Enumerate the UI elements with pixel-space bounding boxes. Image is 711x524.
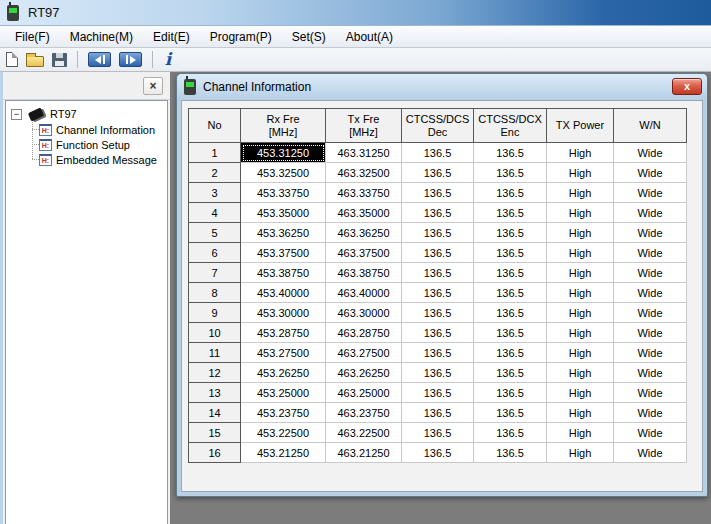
info-icon[interactable]	[163, 51, 173, 69]
row-header-4[interactable]: 4	[189, 203, 241, 223]
cell-rx-8[interactable]: 453.40000	[241, 283, 326, 303]
row-header-14[interactable]: 14	[189, 403, 241, 423]
row-header-10[interactable]: 10	[189, 323, 241, 343]
row-header-16[interactable]: 16	[189, 443, 241, 463]
cell-tx-8[interactable]: 463.40000	[326, 283, 402, 303]
menu-edit[interactable]: Edit(E)	[143, 27, 200, 47]
row-header-2[interactable]: 2	[189, 163, 241, 183]
new-file-icon[interactable]	[6, 52, 18, 67]
cell-dec-11[interactable]: 136.5	[402, 343, 474, 363]
tree-expand-icon[interactable]: −	[11, 109, 22, 120]
cell-wn-15[interactable]: Wide	[614, 423, 687, 443]
cell-power-15[interactable]: High	[547, 423, 614, 443]
cell-dec-6[interactable]: 136.5	[402, 243, 474, 263]
cell-power-16[interactable]: High	[547, 443, 614, 463]
cell-tx-1[interactable]: 463.31250	[326, 143, 402, 163]
cell-wn-5[interactable]: Wide	[614, 223, 687, 243]
row-header-13[interactable]: 13	[189, 383, 241, 403]
row-header-7[interactable]: 7	[189, 263, 241, 283]
cell-wn-8[interactable]: Wide	[614, 283, 687, 303]
cell-rx-15[interactable]: 453.22500	[241, 423, 326, 443]
cell-enc-11[interactable]: 136.5	[474, 343, 547, 363]
cell-enc-7[interactable]: 136.5	[474, 263, 547, 283]
cell-tx-11[interactable]: 463.27500	[326, 343, 402, 363]
cell-enc-10[interactable]: 136.5	[474, 323, 547, 343]
cell-wn-13[interactable]: Wide	[614, 383, 687, 403]
cell-enc-1[interactable]: 136.5	[474, 143, 547, 163]
cell-dec-12[interactable]: 136.5	[402, 363, 474, 383]
cell-wn-1[interactable]: Wide	[614, 143, 687, 163]
cell-wn-10[interactable]: Wide	[614, 323, 687, 343]
cell-enc-6[interactable]: 136.5	[474, 243, 547, 263]
cell-power-10[interactable]: High	[547, 323, 614, 343]
cell-power-8[interactable]: High	[547, 283, 614, 303]
cell-rx-2[interactable]: 453.32500	[241, 163, 326, 183]
tree-item-channel-information[interactable]: Channel Information	[27, 122, 167, 137]
cell-dec-1[interactable]: 136.5	[402, 143, 474, 163]
cell-dec-4[interactable]: 136.5	[402, 203, 474, 223]
cell-tx-13[interactable]: 463.25000	[326, 383, 402, 403]
cell-rx-6[interactable]: 453.37500	[241, 243, 326, 263]
cell-dec-7[interactable]: 136.5	[402, 263, 474, 283]
menu-set[interactable]: Set(S)	[282, 27, 336, 47]
read-from-radio-button[interactable]	[88, 52, 111, 67]
cell-rx-1[interactable]: 453.31250	[241, 143, 326, 163]
cell-enc-2[interactable]: 136.5	[474, 163, 547, 183]
write-to-radio-button[interactable]	[119, 52, 142, 67]
row-header-9[interactable]: 9	[189, 303, 241, 323]
cell-rx-12[interactable]: 453.26250	[241, 363, 326, 383]
cell-wn-3[interactable]: Wide	[614, 183, 687, 203]
open-file-icon[interactable]	[26, 56, 44, 67]
cell-enc-3[interactable]: 136.5	[474, 183, 547, 203]
save-file-icon[interactable]	[52, 53, 67, 67]
row-header-11[interactable]: 11	[189, 343, 241, 363]
cell-power-6[interactable]: High	[547, 243, 614, 263]
cell-rx-9[interactable]: 453.30000	[241, 303, 326, 323]
cell-tx-3[interactable]: 463.33750	[326, 183, 402, 203]
cell-tx-7[interactable]: 463.38750	[326, 263, 402, 283]
cell-dec-16[interactable]: 136.5	[402, 443, 474, 463]
cell-dec-13[interactable]: 136.5	[402, 383, 474, 403]
cell-tx-14[interactable]: 463.23750	[326, 403, 402, 423]
cell-wn-14[interactable]: Wide	[614, 403, 687, 423]
cell-wn-4[interactable]: Wide	[614, 203, 687, 223]
row-header-5[interactable]: 5	[189, 223, 241, 243]
cell-rx-3[interactable]: 453.33750	[241, 183, 326, 203]
cell-tx-2[interactable]: 463.32500	[326, 163, 402, 183]
cell-tx-5[interactable]: 463.36250	[326, 223, 402, 243]
menu-machine[interactable]: Machine(M)	[60, 27, 143, 47]
cell-wn-11[interactable]: Wide	[614, 343, 687, 363]
child-window-close-button[interactable]: x	[672, 78, 702, 95]
cell-dec-2[interactable]: 136.5	[402, 163, 474, 183]
cell-rx-5[interactable]: 453.36250	[241, 223, 326, 243]
sidebar-close-button[interactable]: ×	[143, 77, 163, 95]
cell-dec-10[interactable]: 136.5	[402, 323, 474, 343]
cell-tx-16[interactable]: 463.21250	[326, 443, 402, 463]
cell-rx-7[interactable]: 453.38750	[241, 263, 326, 283]
tree-item-function-setup[interactable]: Function Setup	[27, 137, 167, 152]
row-header-8[interactable]: 8	[189, 283, 241, 303]
cell-power-12[interactable]: High	[547, 363, 614, 383]
cell-dec-14[interactable]: 136.5	[402, 403, 474, 423]
cell-rx-10[interactable]: 453.28750	[241, 323, 326, 343]
cell-dec-5[interactable]: 136.5	[402, 223, 474, 243]
cell-rx-11[interactable]: 453.27500	[241, 343, 326, 363]
menu-about[interactable]: About(A)	[336, 27, 403, 47]
cell-wn-9[interactable]: Wide	[614, 303, 687, 323]
cell-dec-15[interactable]: 136.5	[402, 423, 474, 443]
cell-wn-2[interactable]: Wide	[614, 163, 687, 183]
cell-enc-4[interactable]: 136.5	[474, 203, 547, 223]
cell-wn-7[interactable]: Wide	[614, 263, 687, 283]
cell-dec-3[interactable]: 136.5	[402, 183, 474, 203]
cell-enc-15[interactable]: 136.5	[474, 423, 547, 443]
cell-enc-16[interactable]: 136.5	[474, 443, 547, 463]
cell-power-13[interactable]: High	[547, 383, 614, 403]
cell-tx-6[interactable]: 463.37500	[326, 243, 402, 263]
cell-power-4[interactable]: High	[547, 203, 614, 223]
cell-power-2[interactable]: High	[547, 163, 614, 183]
cell-enc-8[interactable]: 136.5	[474, 283, 547, 303]
cell-enc-12[interactable]: 136.5	[474, 363, 547, 383]
cell-rx-4[interactable]: 453.35000	[241, 203, 326, 223]
menu-program[interactable]: Program(P)	[200, 27, 282, 47]
cell-power-3[interactable]: High	[547, 183, 614, 203]
